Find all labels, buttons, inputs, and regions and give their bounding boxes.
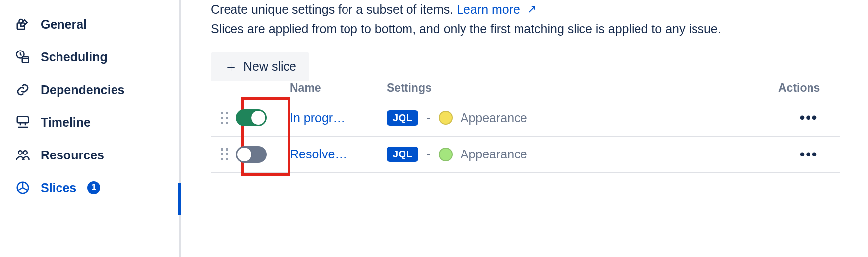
sidebar-item-label: General — [41, 17, 87, 32]
sidebar-item-slices[interactable]: Slices 1 — [12, 175, 168, 200]
th-name: Name — [290, 81, 387, 95]
page-description: Create unique settings for a subset of i… — [211, 0, 840, 39]
sidebar-item-label: Slices — [41, 180, 76, 195]
sidebar: General Scheduling Dependencies — [0, 0, 181, 257]
separator: - — [426, 111, 430, 125]
jql-badge: JQL — [387, 147, 418, 162]
svg-point-5 — [23, 151, 27, 154]
clock-calendar-icon — [14, 50, 32, 64]
slices-count-badge: 1 — [87, 181, 100, 194]
enable-toggle[interactable] — [236, 146, 267, 163]
color-swatch — [439, 148, 453, 161]
drag-handle-icon[interactable] — [221, 112, 228, 124]
sidebar-item-resources[interactable]: Resources — [12, 143, 168, 167]
table-header: Name Settings Actions — [211, 81, 840, 100]
slice-name-link[interactable]: Resolve… — [290, 147, 387, 161]
enable-toggle[interactable] — [236, 109, 267, 126]
jql-badge: JQL — [387, 110, 418, 126]
learn-more-link[interactable]: Learn more ↗ — [457, 2, 536, 16]
slice-name-link[interactable]: In progr… — [290, 111, 387, 125]
arrow-up-right-icon: ↗ — [527, 1, 536, 18]
sidebar-item-timeline[interactable]: Timeline — [12, 110, 168, 135]
more-actions-button[interactable]: ••• — [798, 107, 820, 128]
lock-edit-icon — [14, 17, 32, 32]
sidebar-item-label: Resources — [41, 148, 104, 162]
sidebar-item-label: Scheduling — [41, 50, 108, 64]
sidebar-item-general[interactable]: General — [12, 12, 168, 37]
plus-icon: ＋ — [224, 59, 238, 74]
svg-point-4 — [18, 151, 22, 154]
timeline-icon — [14, 115, 32, 130]
settings-label: Appearance — [461, 111, 527, 125]
desc-line1: Create unique settings for a subset of i… — [211, 2, 453, 16]
settings-cell: JQL - Appearance — [387, 147, 778, 162]
new-slice-label: New slice — [243, 59, 296, 74]
separator: - — [426, 147, 430, 161]
th-settings: Settings — [387, 81, 778, 95]
sidebar-item-dependencies[interactable]: Dependencies — [12, 77, 168, 102]
link-icon — [14, 82, 32, 97]
table-row: Resolve… JQL - Appearance ••• — [211, 136, 840, 173]
th-actions: Actions — [778, 81, 840, 95]
sidebar-item-scheduling[interactable]: Scheduling — [12, 45, 168, 69]
svg-rect-3 — [17, 117, 29, 123]
table-row: In progr… JQL - Appearance ••• — [211, 100, 840, 136]
sidebar-item-label: Dependencies — [41, 82, 125, 97]
more-actions-button[interactable]: ••• — [798, 144, 820, 165]
pie-chart-icon — [14, 180, 32, 195]
sidebar-item-label: Timeline — [41, 115, 91, 130]
settings-label: Appearance — [461, 147, 527, 161]
color-swatch — [439, 111, 453, 125]
desc-line2: Slices are applied from top to bottom, a… — [211, 22, 721, 36]
main-content: Create unique settings for a subset of i… — [181, 0, 868, 257]
drag-handle-icon[interactable] — [221, 148, 228, 160]
new-slice-button[interactable]: ＋ New slice — [211, 52, 309, 81]
active-indicator — [178, 183, 181, 215]
slices-list: In progr… JQL - Appearance ••• — [211, 100, 840, 173]
people-icon — [14, 148, 32, 162]
settings-cell: JQL - Appearance — [387, 110, 778, 126]
